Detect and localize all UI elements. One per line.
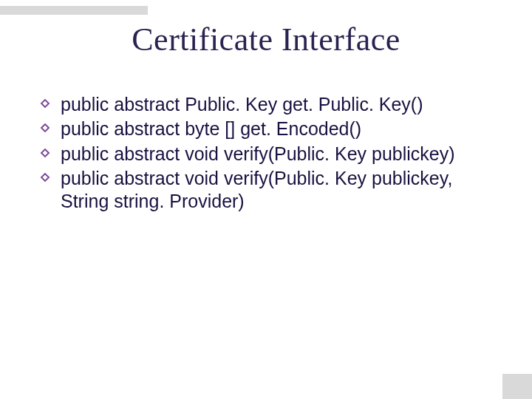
list-item-text: public abstract void verify(Public. Key … [61,143,455,166]
slide-title: Certificate Interface [0,21,532,58]
list-item: public abstract byte [] get. Encoded() [40,117,502,140]
diamond-bullet-icon [40,172,53,185]
svg-rect-2 [41,149,49,157]
diamond-bullet-icon [40,148,53,161]
bullet-list: public abstract Public. Key get. Public.… [40,93,502,214]
list-item-text: public abstract byte [] get. Encoded() [61,117,361,140]
list-item-text: public abstract Public. Key get. Public.… [61,93,423,116]
list-item: public abstract void verify(Public. Key … [40,167,502,214]
decoration-corner [502,374,532,399]
svg-rect-0 [41,100,49,107]
list-item-text: public abstract void verify(Public. Key … [61,167,502,214]
list-item: public abstract void verify(Public. Key … [40,143,502,166]
diamond-bullet-icon [40,98,53,112]
decoration-topbar [0,6,148,15]
slide: Certificate Interface public abstract Pu… [0,0,532,399]
svg-rect-1 [41,124,49,132]
diamond-bullet-icon [40,123,53,136]
list-item: public abstract Public. Key get. Public.… [40,93,502,116]
svg-rect-3 [41,174,49,181]
